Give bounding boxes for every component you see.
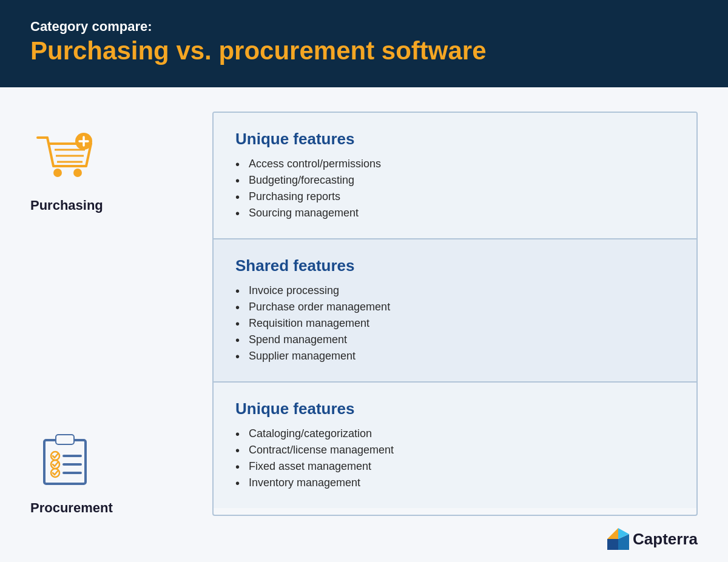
procurement-label: Procurement bbox=[30, 500, 113, 516]
list-item: Sourcing management bbox=[235, 205, 675, 221]
list-item: Budgeting/forecasting bbox=[235, 172, 675, 189]
shared-heading: Shared features bbox=[235, 256, 675, 275]
purchasing-unique-list: Access control/permissions Budgeting/for… bbox=[235, 156, 675, 221]
list-item: Purchasing reports bbox=[235, 189, 675, 205]
list-item: Supplier management bbox=[235, 348, 675, 364]
capterra-text: Capterra bbox=[633, 530, 698, 549]
list-item: Requisition management bbox=[235, 315, 675, 332]
list-item: Contract/license management bbox=[235, 442, 675, 458]
list-item: Fixed asset management bbox=[235, 458, 675, 475]
procurement-block: Procurement bbox=[30, 426, 113, 516]
clipboard-icon bbox=[39, 429, 94, 490]
list-item: Inventory management bbox=[235, 475, 675, 491]
purchasing-unique-section: Unique features Access control/permissio… bbox=[214, 113, 696, 239]
main-content: Purchasing bbox=[0, 87, 728, 534]
left-column: Purchasing bbox=[30, 112, 212, 516]
list-item: Cataloging/categorization bbox=[235, 426, 675, 442]
header-subtitle: Category compare: bbox=[30, 18, 698, 36]
list-item: Purchase order management bbox=[235, 299, 675, 315]
svg-point-5 bbox=[73, 169, 82, 177]
header: Category compare: Purchasing vs. procure… bbox=[0, 0, 728, 87]
capterra-logo-icon bbox=[607, 528, 629, 550]
list-item: Spend management bbox=[235, 332, 675, 348]
svg-point-4 bbox=[53, 169, 62, 177]
purchasing-label: Purchasing bbox=[30, 198, 103, 213]
capterra-logo: Capterra bbox=[607, 528, 698, 550]
cart-icon bbox=[33, 127, 100, 187]
shared-section: Shared features Invoice processing Purch… bbox=[214, 239, 696, 383]
header-title: Purchasing vs. procurement software bbox=[30, 36, 698, 66]
right-column: Unique features Access control/permissio… bbox=[212, 112, 698, 516]
svg-rect-9 bbox=[44, 440, 86, 484]
purchasing-block: Purchasing bbox=[30, 124, 103, 213]
list-item: Access control/permissions bbox=[235, 156, 675, 172]
list-item: Invoice processing bbox=[235, 283, 675, 299]
shared-list: Invoice processing Purchase order manage… bbox=[235, 283, 675, 364]
svg-marker-18 bbox=[607, 528, 618, 539]
procurement-unique-heading: Unique features bbox=[235, 400, 675, 418]
purchasing-unique-heading: Unique features bbox=[235, 130, 675, 149]
purchasing-icon-area bbox=[30, 124, 103, 190]
procurement-icon-area bbox=[30, 426, 103, 493]
svg-marker-21 bbox=[607, 539, 618, 550]
svg-rect-11 bbox=[56, 435, 73, 444]
procurement-unique-section: Unique features Cataloging/categorizatio… bbox=[214, 383, 696, 508]
procurement-unique-list: Cataloging/categorization Contract/licen… bbox=[235, 426, 675, 491]
